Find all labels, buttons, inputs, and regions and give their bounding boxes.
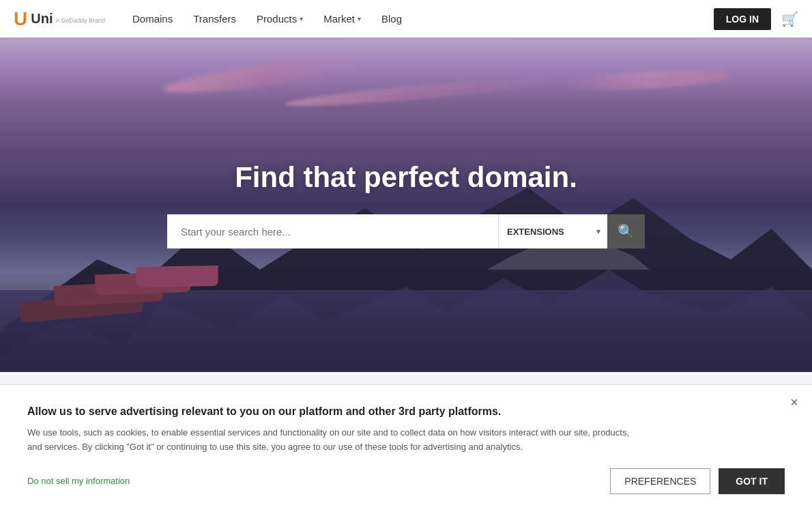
- nav-domains[interactable]: Domains: [132, 13, 173, 25]
- nav-right: LOG IN 🛒: [714, 8, 798, 30]
- cart-icon[interactable]: 🛒: [781, 11, 798, 27]
- logo-subtitle: A GoDaddy Brand: [55, 17, 105, 24]
- cookie-buttons: PREFERENCES GOT IT: [610, 468, 785, 494]
- cookie-consent-banner: × Allow us to serve advertising relevant…: [0, 384, 812, 514]
- nav-links: Domains Transfers Products ▾ Market ▾ Bl…: [132, 13, 714, 25]
- search-magnifier-icon: 🔍: [618, 223, 635, 240]
- extensions-select[interactable]: EXTENSIONS .COM .NET .ORG .IO .CO: [498, 214, 607, 248]
- hero-clouds: [0, 58, 812, 140]
- logo-name: Uni: [31, 11, 53, 27]
- boat-4: [136, 266, 218, 287]
- login-button[interactable]: LOG IN: [714, 8, 771, 30]
- cloud-2: [284, 74, 557, 111]
- market-dropdown-arrow: ▾: [358, 15, 361, 23]
- cookie-title: Allow us to serve advertising relevant t…: [27, 405, 785, 418]
- products-dropdown-arrow: ▾: [300, 15, 303, 23]
- nav-market[interactable]: Market ▾: [323, 13, 361, 25]
- preferences-button[interactable]: PREFERENCES: [610, 468, 710, 494]
- search-input[interactable]: [167, 214, 498, 248]
- cookie-body: We use tools, such as cookies, to enable…: [27, 426, 641, 455]
- cookie-close-button[interactable]: ×: [790, 395, 798, 409]
- hero-content: Find that perfect domain. EXTENSIONS .CO…: [167, 161, 645, 248]
- navbar: U Uni A GoDaddy Brand Domains Transfers …: [0, 0, 812, 38]
- cloud-1: [162, 51, 367, 99]
- search-button[interactable]: 🔍: [607, 214, 645, 248]
- nav-products[interactable]: Products ▾: [257, 13, 303, 25]
- hero-section: Find that perfect domain. EXTENSIONS .CO…: [0, 38, 812, 372]
- logo-icon: U: [14, 8, 27, 30]
- hero-title: Find that perfect domain.: [167, 161, 645, 194]
- logo[interactable]: U Uni A GoDaddy Brand: [14, 8, 105, 30]
- gotit-button[interactable]: GOT IT: [719, 468, 785, 494]
- nav-blog[interactable]: Blog: [381, 13, 402, 25]
- extensions-wrapper: EXTENSIONS .COM .NET .ORG .IO .CO ▾: [498, 214, 607, 248]
- boats: [0, 249, 259, 317]
- dont-sell-link[interactable]: Do not sell my information: [27, 476, 130, 486]
- search-bar: EXTENSIONS .COM .NET .ORG .IO .CO ▾ 🔍: [167, 214, 645, 248]
- nav-transfers[interactable]: Transfers: [193, 13, 236, 25]
- cookie-actions: Do not sell my information PREFERENCES G…: [27, 468, 785, 494]
- cloud-3: [560, 67, 731, 93]
